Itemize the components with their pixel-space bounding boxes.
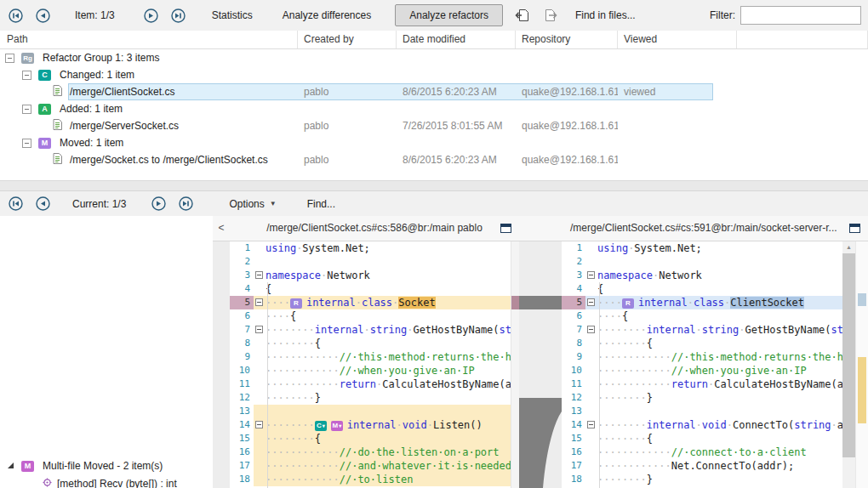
next-item-button[interactable] (144, 9, 158, 23)
table-row[interactable]: MMoved: 1 item (0, 134, 868, 151)
line-number: 5 (562, 296, 585, 309)
statistics-button[interactable]: Statistics (212, 9, 253, 21)
fold-toggle-icon[interactable] (255, 298, 263, 306)
column-header-created-by[interactable]: Created by (298, 31, 397, 48)
maximize-right-pane-icon[interactable] (849, 224, 860, 233)
outline-member[interactable]: [method] Recv (byte[]) : int (0, 475, 213, 488)
code-line[interactable]: 11············return·CalculateHostByName… (562, 377, 842, 391)
first-item-button[interactable] (9, 9, 23, 23)
expanded-triangle-icon[interactable] (7, 457, 14, 475)
next-diff-button[interactable] (151, 196, 166, 211)
left-scrollbar[interactable] (511, 241, 519, 488)
code-line[interactable]: 4{ (562, 282, 842, 296)
code-line[interactable]: 15········{ (230, 432, 511, 445)
fold-toggle-icon[interactable] (587, 421, 595, 428)
maximize-left-pane-icon[interactable] (500, 224, 511, 233)
code-line[interactable]: 6····{ (230, 309, 511, 323)
fold-toggle-icon[interactable] (255, 421, 263, 428)
code-line[interactable]: 12········} (230, 391, 511, 405)
tree-collapse-toggle[interactable] (22, 139, 31, 148)
fold-toggle-icon[interactable] (587, 326, 595, 333)
line-number: 14 (230, 418, 254, 432)
code-change-badge[interactable]: C▾ (315, 421, 327, 431)
analyze-differences-button[interactable]: Analyze differences (283, 9, 372, 21)
code-line[interactable]: 18········} (562, 473, 842, 486)
code-line[interactable]: 9············//·this·method·returns·the·… (230, 350, 511, 364)
column-header-viewed[interactable]: Viewed (618, 31, 737, 48)
code-line[interactable]: 15········{ (562, 432, 842, 445)
code-line[interactable]: 11············return·CalculateHostByName… (230, 377, 511, 391)
tree-item-label: /merge/Socket.cs to /merge/ClientSocket.… (70, 154, 268, 166)
scroll-up-arrow-icon[interactable]: ▲ (842, 241, 855, 253)
code-line[interactable]: 12········} (562, 391, 842, 405)
code-line[interactable]: 1using·System.Net; (230, 241, 511, 255)
find-in-files-button[interactable]: Find in files... (575, 9, 636, 21)
code-line[interactable]: 13 (562, 405, 842, 418)
code-line[interactable]: 2 (230, 255, 511, 269)
tree-collapse-toggle[interactable] (5, 54, 14, 63)
code-line[interactable]: 7········internal·string·GetHostByName(s… (562, 323, 842, 337)
column-header-path[interactable]: Path (0, 31, 298, 48)
table-row[interactable]: /merge/ClientSocket.cspablo8/6/2015 6:20… (0, 83, 868, 100)
file-forward-icon[interactable] (544, 9, 559, 22)
code-line[interactable]: 7········internal·string·GetHostByName(s… (230, 323, 511, 337)
code-line[interactable]: 18············//·to·listen (230, 473, 511, 486)
collapse-outline-button[interactable]: < (213, 216, 230, 241)
table-row[interactable]: RgRefactor Group 1: 3 items (0, 49, 868, 66)
fold-toggle-icon[interactable] (255, 271, 263, 279)
code-line[interactable]: 8········{ (562, 337, 842, 350)
code-change-badge[interactable]: R (290, 298, 302, 309)
options-button[interactable]: Options (229, 198, 264, 210)
fold-toggle-icon[interactable] (587, 271, 595, 279)
outline-group[interactable]: MMulti-file Moved - 2 item(s) (0, 457, 213, 475)
scrollbar-thumb[interactable] (842, 253, 855, 457)
code-line[interactable]: 14········C▾M▾internal·void·Listen() (230, 418, 511, 432)
right-code-pane[interactable]: 1using·System.Net;23namespace·Network4{5… (562, 241, 842, 488)
code-line[interactable]: 8········{ (230, 337, 511, 350)
analyze-refactors-button[interactable]: Analyze refactors (395, 4, 503, 26)
tree-collapse-toggle[interactable] (22, 105, 31, 114)
last-item-button[interactable] (171, 9, 186, 23)
fold-column (585, 391, 597, 405)
code-line[interactable]: 13 (230, 405, 511, 418)
code-line[interactable]: 2 (562, 255, 842, 269)
code-line[interactable]: 10············//·when·you·give·an·IP (562, 364, 842, 377)
code-line[interactable]: 4{ (230, 282, 511, 296)
first-diff-button[interactable] (9, 196, 23, 211)
code-line[interactable]: 6····{ (562, 309, 842, 323)
find-button[interactable]: Find... (307, 198, 335, 210)
code-line[interactable]: 9············//·this·method·returns·the·… (562, 350, 842, 364)
code-line[interactable]: 5····Rinternal·class·ClientSocket (562, 296, 842, 309)
code-line[interactable]: 5····Rinternal·class·Socket (230, 296, 511, 309)
previous-item-button[interactable] (36, 9, 50, 23)
date-modified-cell: 8/6/2015 6:20:23 AM (397, 151, 516, 168)
code-line[interactable]: 16············//·do·the·listen·on·a·port (230, 445, 511, 459)
fold-toggle-icon[interactable] (587, 298, 595, 306)
table-row[interactable]: CChanged: 1 item (0, 66, 868, 83)
previous-diff-button[interactable] (36, 196, 50, 211)
table-row[interactable]: /merge/Socket.cs to /merge/ClientSocket.… (0, 151, 868, 168)
line-number: 17 (230, 459, 254, 473)
column-header-date-modified[interactable]: Date modified (397, 31, 516, 48)
code-line[interactable]: 10············//·when·you·give·an·IP (230, 364, 511, 377)
code-change-badge[interactable]: M▾ (331, 421, 343, 431)
right-file-header: /merge/ClientSocket.cs#cs:591@br:/main/s… (570, 222, 837, 234)
fold-toggle-icon[interactable] (255, 326, 263, 333)
left-code-pane[interactable]: 1using·System.Net;23namespace·Network4{5… (230, 241, 511, 488)
table-row[interactable]: /merge/ServerSocket.cspablo7/26/2015 8:0… (0, 117, 868, 134)
file-back-icon[interactable] (515, 9, 530, 22)
tree-collapse-toggle[interactable] (22, 71, 31, 80)
code-line[interactable]: 14········internal·void·ConnectTo(string… (562, 418, 842, 432)
code-line[interactable]: 3namespace·Network (230, 269, 511, 282)
last-diff-button[interactable] (179, 196, 193, 211)
column-header-repository[interactable]: Repository (516, 31, 618, 48)
code-change-badge[interactable]: R (622, 298, 634, 309)
code-line[interactable]: 3namespace·Network (562, 269, 842, 282)
code-line[interactable]: 1using·System.Net; (562, 241, 842, 255)
code-line[interactable]: 17············//·and·whatever·it·is·need… (230, 459, 511, 473)
right-scrollbar[interactable]: ▲ (842, 241, 855, 488)
code-line[interactable]: 16············//·connect·to·a·client (562, 445, 842, 459)
filter-input[interactable] (740, 6, 861, 25)
code-line[interactable]: 17············Net.ConnectTo(addr); (562, 459, 842, 473)
table-row[interactable]: AAdded: 1 item (0, 100, 868, 117)
